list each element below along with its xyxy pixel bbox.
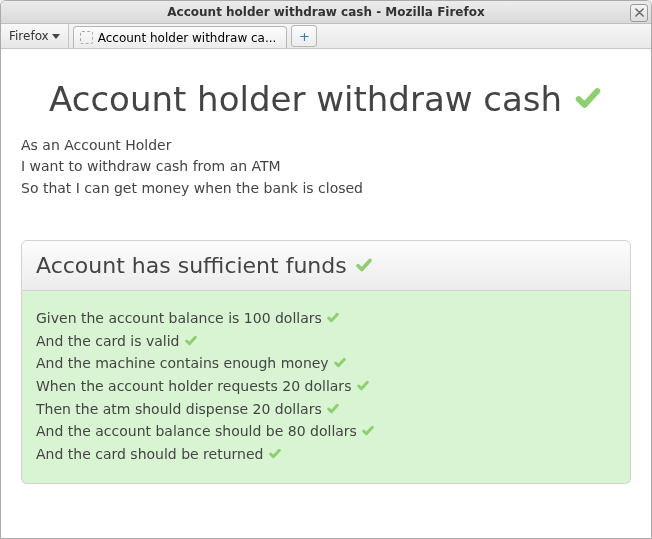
firefox-menu-button[interactable]: Firefox bbox=[1, 24, 69, 48]
checkmark-icon bbox=[184, 334, 198, 347]
step-text: And the account balance should be 80 dol… bbox=[36, 423, 357, 439]
window-close-button[interactable] bbox=[630, 4, 648, 22]
browser-tabbar: Firefox Account holder withdraw ca... + bbox=[1, 24, 651, 49]
firefox-menu-label: Firefox bbox=[9, 29, 49, 43]
checkmark-icon bbox=[573, 84, 603, 112]
checkmark-icon bbox=[268, 447, 282, 460]
tab-active[interactable]: Account holder withdraw ca... bbox=[73, 26, 288, 48]
scenario-title: Account has sufficient funds bbox=[36, 253, 347, 278]
scenario-step: And the card is valid bbox=[36, 331, 616, 353]
narrative-line: As an Account Holder bbox=[21, 135, 631, 155]
favicon-placeholder-icon bbox=[80, 31, 93, 44]
chevron-down-icon bbox=[52, 34, 60, 39]
scenario-step: And the machine contains enough money bbox=[36, 353, 616, 375]
page-content: Account holder withdraw cash As an Accou… bbox=[1, 49, 651, 539]
page-title-text: Account holder withdraw cash bbox=[49, 79, 562, 119]
browser-window: Account holder withdraw cash - Mozilla F… bbox=[0, 0, 652, 539]
close-icon bbox=[635, 7, 644, 20]
new-tab-button[interactable]: + bbox=[291, 25, 317, 47]
checkmark-icon bbox=[333, 356, 347, 369]
window-title: Account holder withdraw cash - Mozilla F… bbox=[1, 5, 651, 19]
narrative-line: I want to withdraw cash from an ATM bbox=[21, 156, 631, 176]
scenario-step: Then the atm should dispense 20 dollars bbox=[36, 399, 616, 421]
tab-label: Account holder withdraw ca... bbox=[98, 31, 277, 45]
narrative-line: So that I can get money when the bank is… bbox=[21, 178, 631, 198]
tab-strip: Account holder withdraw ca... + bbox=[69, 24, 318, 48]
scenario-step: And the card should be returned bbox=[36, 444, 616, 466]
step-text: When the account holder requests 20 doll… bbox=[36, 378, 351, 394]
scenario-header: Account has sufficient funds bbox=[21, 240, 631, 291]
checkmark-icon bbox=[326, 311, 340, 324]
checkmark-icon bbox=[354, 256, 374, 274]
scenario-step: And the account balance should be 80 dol… bbox=[36, 421, 616, 443]
step-text: And the card is valid bbox=[36, 333, 180, 349]
scenario-step: Given the account balance is 100 dollars bbox=[36, 308, 616, 330]
checkmark-icon bbox=[356, 379, 370, 392]
step-text: And the machine contains enough money bbox=[36, 355, 329, 371]
step-text: Then the atm should dispense 20 dollars bbox=[36, 401, 322, 417]
step-text: And the card should be returned bbox=[36, 446, 263, 462]
scenario-body: Given the account balance is 100 dollars… bbox=[21, 291, 631, 484]
window-titlebar: Account holder withdraw cash - Mozilla F… bbox=[1, 1, 651, 24]
feature-narrative: As an Account Holder I want to withdraw … bbox=[21, 135, 631, 198]
checkmark-icon bbox=[326, 402, 340, 415]
scenario-step: When the account holder requests 20 doll… bbox=[36, 376, 616, 398]
checkmark-icon bbox=[361, 424, 375, 437]
plus-icon: + bbox=[299, 29, 310, 44]
page-title: Account holder withdraw cash bbox=[21, 79, 631, 119]
step-text: Given the account balance is 100 dollars bbox=[36, 310, 322, 326]
